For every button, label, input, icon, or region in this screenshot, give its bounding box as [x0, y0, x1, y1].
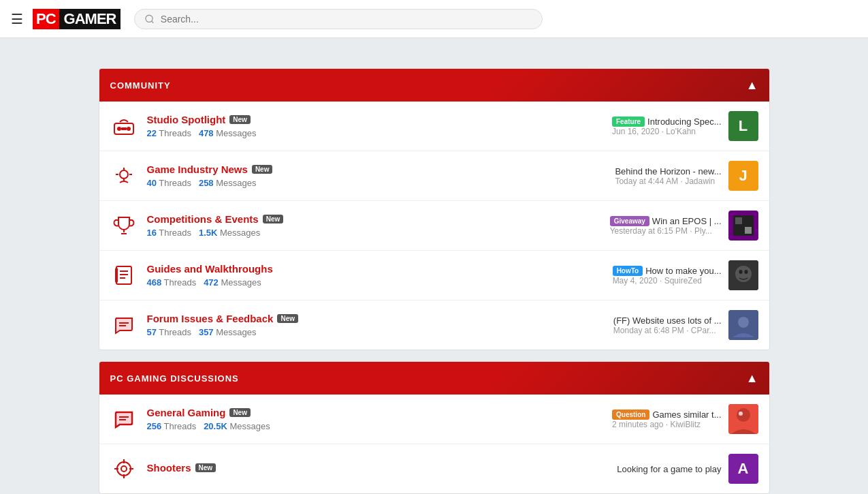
guides-latest: HowTo How to make you... May 4, 2020 · S…	[595, 260, 758, 290]
site-header: ☰ PCGAMER	[0, 0, 868, 38]
logo-pc: PC	[33, 9, 59, 29]
guides-latest-title[interactable]: How to make you...	[645, 266, 721, 276]
game-industry-info: Game Industry News New 40 Threads 258 Me…	[147, 164, 595, 188]
forum-row-general-gaming: General Gaming New 256 Threads 20.5K Mes…	[99, 395, 769, 444]
forum-issues-title[interactable]: Forum Issues & Feedback	[147, 313, 274, 324]
svg-rect-12	[115, 268, 118, 283]
pcgaming-section-title: PC GAMING DISCUSSIONS	[110, 373, 239, 384]
community-section-title: COMMUNITY	[110, 80, 171, 91]
studio-spotlight-latest-info: Feature Introducing Spec... Jun 16, 2020…	[612, 117, 722, 136]
svg-rect-10	[745, 227, 752, 234]
general-gaming-avatar	[728, 404, 758, 434]
svg-point-16	[744, 270, 748, 274]
search-input[interactable]	[161, 14, 533, 25]
forums-container: COMMUNITY ▲ Studio Spotlight	[91, 68, 778, 494]
shooters-latest: Looking for a game to play A	[595, 454, 758, 484]
game-industry-icon	[110, 162, 138, 189]
general-gaming-info: General Gaming New 256 Threads 20.5K Mes…	[147, 407, 595, 431]
forum-issues-stats: 57 Threads 357 Messages	[147, 327, 595, 337]
competitions-latest-meta: Yesterday at 6:15 PM · Ply...	[610, 226, 722, 236]
svg-point-22	[117, 462, 131, 476]
general-gaming-latest-info: Question Games similar t... 2 minutes ag…	[612, 410, 721, 429]
studio-spotlight-new-badge: New	[229, 115, 251, 124]
svg-point-4	[127, 127, 131, 131]
community-section: COMMUNITY ▲ Studio Spotlight	[99, 68, 770, 350]
guides-info: Guides and Walkthroughs 468 Threads 472 …	[147, 263, 595, 288]
game-industry-latest-meta: Today at 4:44 AM · Jadawin	[615, 176, 721, 186]
competitions-new-badge: New	[263, 215, 284, 223]
svg-rect-5	[121, 127, 127, 130]
logo-gamer: GAMER	[59, 9, 121, 29]
forum-row-shooters: Shooters New Looking for a game to play …	[99, 444, 769, 493]
competitions-icon	[110, 212, 138, 239]
guides-stats: 468 Threads 472 Messages	[147, 277, 595, 288]
svg-point-23	[121, 466, 127, 472]
search-bar[interactable]	[134, 9, 543, 29]
general-gaming-latest-meta: 2 minutes ago · KiwiBlitz	[612, 420, 721, 429]
studio-spotlight-title[interactable]: Studio Spotlight	[147, 114, 226, 125]
svg-point-21	[739, 412, 743, 416]
pcgaming-collapse-icon[interactable]: ▲	[746, 371, 758, 386]
competitions-info: Competitions & Events New 16 Threads 1.5…	[147, 213, 595, 238]
forum-issues-avatar	[728, 310, 758, 340]
forum-row-forum-issues: Forum Issues & Feedback New 57 Threads 3…	[99, 300, 769, 350]
competitions-tag: Giveaway	[610, 216, 649, 226]
competitions-latest-info: Giveaway Win an EPOS | ... Yesterday at …	[610, 216, 722, 236]
studio-spotlight-tag: Feature	[612, 117, 645, 127]
studio-spotlight-stats: 22 Threads 478 Messages	[147, 128, 595, 138]
general-gaming-tag: Question	[612, 410, 649, 420]
community-collapse-icon[interactable]: ▲	[746, 78, 758, 93]
forum-issues-new-badge: New	[277, 314, 298, 323]
community-section-header[interactable]: COMMUNITY ▲	[99, 69, 769, 102]
forum-issues-info: Forum Issues & Feedback New 57 Threads 3…	[147, 313, 595, 337]
shooters-info: Shooters New	[147, 462, 595, 476]
forum-issues-latest-title[interactable]: (FF) Website uses lots of ...	[613, 315, 722, 326]
general-gaming-new-badge: New	[229, 408, 251, 417]
general-gaming-icon	[110, 405, 138, 433]
forum-row-game-industry: Game Industry News New 40 Threads 258 Me…	[99, 151, 769, 201]
game-industry-latest-title[interactable]: Behind the Horizon - new...	[615, 166, 721, 176]
competitions-avatar	[728, 211, 758, 241]
game-industry-title[interactable]: Game Industry News	[147, 164, 248, 175]
shooters-latest-title[interactable]: Looking for a game to play	[617, 464, 721, 474]
guides-latest-meta: May 4, 2020 · SquireZed	[613, 276, 722, 285]
svg-point-3	[117, 127, 121, 131]
main-content: COMMUNITY ▲ Studio Spotlight	[0, 68, 868, 494]
pcgaming-section: PC GAMING DISCUSSIONS ▲ General Gaming N…	[99, 361, 770, 494]
shooters-title[interactable]: Shooters	[147, 462, 191, 474]
svg-point-6	[120, 170, 128, 179]
search-icon	[144, 14, 155, 25]
game-industry-latest-info: Behind the Horizon - new... Today at 4:4…	[615, 166, 721, 186]
forum-issues-latest: (FF) Website uses lots of ... Monday at …	[595, 310, 758, 340]
shooters-latest-info: Looking for a game to play	[617, 464, 721, 474]
game-industry-latest: Behind the Horizon - new... Today at 4:4…	[595, 161, 758, 191]
svg-point-20	[737, 408, 750, 422]
general-gaming-stats: 256 Threads 20.5K Messages	[147, 421, 595, 431]
general-gaming-latest-title[interactable]: Games similar t...	[652, 410, 721, 420]
guides-title[interactable]: Guides and Walkthroughs	[147, 263, 273, 275]
forum-row-competitions: Competitions & Events New 16 Threads 1.5…	[99, 201, 769, 251]
studio-spotlight-info: Studio Spotlight New 22 Threads 478 Mess…	[147, 114, 595, 138]
shooters-icon	[110, 455, 138, 482]
svg-rect-9	[735, 217, 742, 224]
shooters-new-badge: New	[195, 463, 216, 472]
site-logo[interactable]: PCGAMER	[33, 9, 120, 29]
forum-row-studio-spotlight: Studio Spotlight New 22 Threads 478 Mess…	[99, 102, 769, 151]
forum-issues-latest-meta: Monday at 6:48 PM · CPar...	[613, 326, 722, 335]
forum-row-guides: Guides and Walkthroughs 468 Threads 472 …	[99, 251, 769, 300]
competitions-latest-title[interactable]: Win an EPOS | ...	[652, 216, 722, 226]
guides-icon	[110, 262, 138, 289]
general-gaming-title[interactable]: General Gaming	[147, 407, 226, 418]
game-industry-stats: 40 Threads 258 Messages	[147, 178, 595, 188]
studio-spotlight-latest: Feature Introducing Spec... Jun 16, 2020…	[595, 111, 758, 141]
guides-avatar	[728, 260, 758, 290]
shooters-avatar: A	[728, 454, 758, 484]
competitions-title[interactable]: Competitions & Events	[147, 213, 259, 225]
pcgaming-section-header[interactable]: PC GAMING DISCUSSIONS ▲	[99, 362, 769, 395]
hamburger-menu[interactable]: ☰	[11, 11, 23, 27]
general-gaming-latest: Question Games similar t... 2 minutes ag…	[595, 404, 758, 434]
svg-line-1	[152, 20, 154, 22]
studio-spotlight-latest-title[interactable]: Introducing Spec...	[647, 117, 721, 127]
studio-spotlight-latest-meta: Jun 16, 2020 · Lo'Kahn	[612, 127, 722, 136]
guides-tag: HowTo	[613, 266, 643, 276]
